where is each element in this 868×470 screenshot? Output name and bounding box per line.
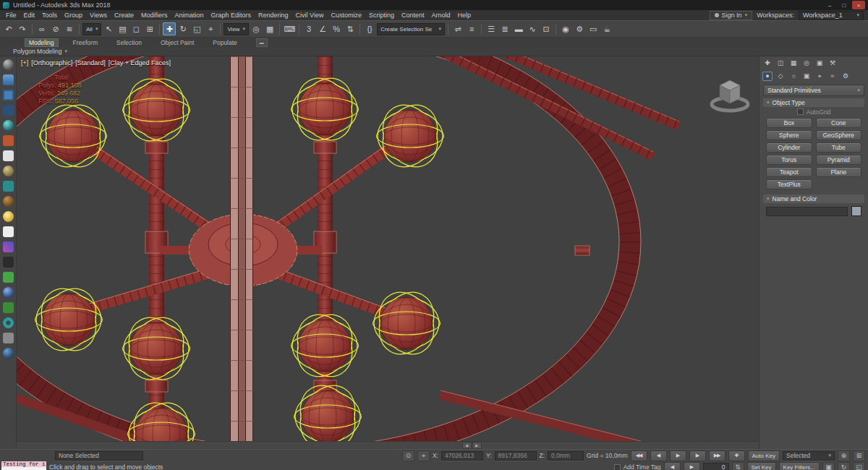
motion-tab-icon[interactable]: ◎ [801, 59, 812, 68]
polygon-modeling-panel[interactable]: Polygon Modeling [13, 48, 62, 55]
teal-sphere-tool-icon[interactable] [3, 120, 14, 131]
primitive-teapot-button[interactable]: Teapot [766, 167, 812, 177]
object-name-field[interactable] [766, 207, 848, 216]
viewport-menu-shading[interactable]: [Clay + Edged Faces] [109, 59, 171, 67]
ribbon-tab-freeform[interactable]: Freeform [69, 38, 102, 47]
primitive-cylinder-button[interactable]: Cylinder [766, 142, 812, 153]
geometry-category-icon[interactable]: ● [762, 72, 773, 81]
primitive-cone-button[interactable]: Cone [816, 118, 862, 128]
cylinder-tool-icon[interactable] [3, 181, 14, 192]
menu-rendering[interactable]: Rendering [255, 12, 292, 19]
ribbon-tab-populate[interactable]: Populate [208, 38, 242, 47]
app-icon[interactable] [3, 2, 9, 9]
select-and-move-icon[interactable]: ✚ [163, 22, 176, 35]
gray-sphere-tool-icon[interactable] [3, 59, 14, 70]
menu-edit[interactable]: Edit [20, 12, 39, 19]
add-time-tag-button[interactable]: Add Time Tag [624, 463, 661, 470]
minimize-button[interactable]: – [823, 1, 836, 9]
auto-key-button[interactable]: Auto Key [748, 450, 780, 461]
display-tab-icon[interactable]: ▣ [814, 59, 825, 68]
menu-modifiers[interactable]: Modifiers [137, 12, 171, 19]
workspace-dropdown[interactable]: Workspace_1 ▾ [799, 11, 864, 20]
menu-graph-editors[interactable]: Graph Editors [207, 12, 255, 19]
listener-macro-line[interactable]: Testing for i [1, 461, 46, 467]
gray-panel-tool-icon[interactable] [3, 333, 14, 343]
primitive-torus-button[interactable]: Torus [766, 155, 812, 165]
menu-arnold[interactable]: Arnold [427, 12, 454, 19]
pan-view-icon[interactable]: ▣ [822, 462, 835, 470]
autogrid-checkbox[interactable] [797, 108, 804, 115]
percent-snap-icon[interactable]: % [330, 22, 343, 35]
frame-spinner-icon[interactable]: ⇅ [732, 462, 744, 470]
play-animation-icon[interactable]: ▶ [670, 450, 686, 461]
render-setup-icon[interactable]: ⚙ [573, 22, 586, 35]
foliage-tool-icon[interactable] [3, 302, 14, 313]
blue-ball-tool-icon[interactable] [3, 348, 14, 359]
menu-tools[interactable]: Tools [38, 12, 61, 19]
selection-filter-dropdown[interactable]: All ▾ [82, 23, 101, 35]
listener-script-line[interactable] [1, 467, 46, 470]
go-to-end-icon[interactable]: ▶▶ [709, 450, 726, 461]
modify-tab-icon[interactable]: ◫ [775, 59, 786, 68]
close-button[interactable]: × [852, 1, 865, 9]
maximize-button[interactable]: □ [838, 1, 851, 9]
object-color-swatch[interactable] [851, 206, 861, 216]
utilities-tab-icon[interactable]: ⚒ [827, 59, 838, 68]
sun-tool-icon[interactable] [3, 211, 14, 222]
menu-file[interactable]: File [2, 12, 20, 19]
next-key-icon[interactable]: ▶ [689, 450, 706, 461]
menu-animation[interactable]: Animation [171, 12, 207, 19]
absolute-mode-icon[interactable]: ⌖ [417, 450, 430, 461]
lights-category-icon[interactable]: ☼ [788, 72, 799, 81]
use-pivot-center-icon[interactable]: ◎ [250, 22, 263, 35]
primitive-pyramid-button[interactable]: Pyramid [816, 155, 862, 165]
scene-explorer-icon[interactable]: ☰ [485, 22, 498, 35]
primitive-textplus-button[interactable]: TextPlus [766, 179, 812, 189]
gems-tool-icon[interactable] [3, 242, 14, 252]
spinner-snap-icon[interactable]: ⇅ [344, 22, 357, 35]
menu-scripting[interactable]: Scripting [365, 12, 398, 19]
menu-group[interactable]: Group [61, 12, 86, 19]
edit-named-selection-sets-icon[interactable]: {} [363, 22, 376, 35]
undo-icon[interactable]: ↶ [2, 22, 15, 35]
bind-to-space-warp-icon[interactable]: ≋ [63, 22, 76, 35]
window-crossing-icon[interactable]: ⊞ [143, 22, 156, 35]
camera-tool-icon[interactable] [3, 257, 14, 268]
previous-frame-icon[interactable]: ◀ [664, 462, 681, 470]
unlink-selection-icon[interactable]: ⊘ [49, 22, 62, 35]
primitive-plane-button[interactable]: Plane [816, 167, 862, 177]
menu-customize[interactable]: Customize [327, 12, 365, 19]
object-type-rollout[interactable]: ▾ Object Type [763, 98, 864, 107]
selection-region-icon[interactable]: ◻ [129, 22, 142, 35]
select-and-manipulate-icon[interactable]: ▦ [263, 22, 276, 35]
particles-tool-icon[interactable] [3, 135, 14, 146]
menu-views[interactable]: Views [86, 12, 111, 19]
select-and-place-icon[interactable]: ⌖ [204, 22, 217, 35]
ribbon-minimize-icon[interactable]: ▬ [256, 38, 268, 47]
select-and-scale-icon[interactable]: ◱ [190, 22, 203, 35]
geometry-category-dropdown[interactable]: Standard Primitives ▾ [763, 85, 864, 96]
x-coordinate-field[interactable]: 47026,013 [441, 451, 483, 461]
viewport[interactable]: [+] [Orthographic] [Standard] [Clay + Ed… [17, 56, 759, 449]
time-tag-checkbox[interactable] [614, 464, 621, 470]
viewport-menu-renderer[interactable]: [Standard] [75, 59, 106, 67]
redo-icon[interactable]: ↷ [16, 22, 29, 35]
hierarchy-tab-icon[interactable]: ▦ [788, 59, 799, 68]
primitive-tube-button[interactable]: Tube [816, 142, 862, 153]
menu-content[interactable]: Content [398, 12, 428, 19]
primitive-geosphere-button[interactable]: GeoSphere [816, 130, 862, 140]
spacewarps-category-icon[interactable]: ≈ [827, 72, 838, 81]
select-object-icon[interactable]: ↖ [102, 22, 115, 35]
cameras-category-icon[interactable]: ▣ [801, 72, 812, 81]
track-bar[interactable]: ◀ ▶ [17, 441, 759, 449]
selection-lock-icon[interactable]: ⊙ [402, 450, 414, 461]
key-set-dropdown[interactable]: Selected ▾ [783, 451, 835, 461]
named-selection-sets-dropdown[interactable]: Create Selection Se ▾ [377, 23, 445, 35]
blue-sphere-tool-icon[interactable] [3, 287, 14, 298]
bronze-sphere-tool-icon[interactable] [3, 196, 14, 207]
select-and-rotate-icon[interactable]: ↻ [176, 22, 190, 35]
material-editor-icon[interactable]: ◉ [559, 22, 572, 35]
curve-editor-icon[interactable]: ∿ [526, 22, 539, 35]
menu-civil-view[interactable]: Civil View [292, 12, 328, 19]
ribbon-tab-selection[interactable]: Selection [112, 38, 146, 47]
